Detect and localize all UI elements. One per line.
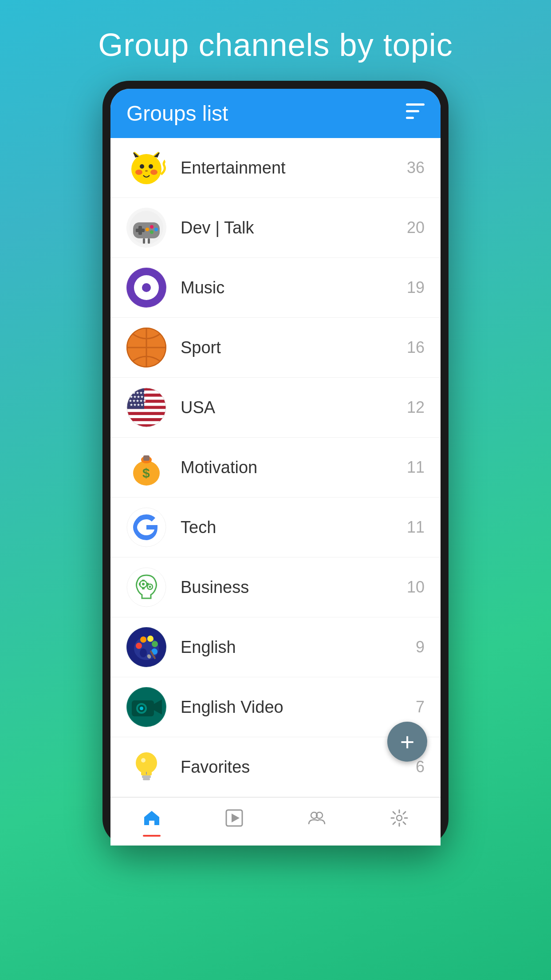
fab-icon: + [400, 727, 415, 756]
list-item[interactable]: ♫ Music 19 [110, 258, 441, 318]
svg-rect-56 [142, 580, 145, 581]
groups-list-container: Entertainment 36 [110, 138, 441, 797]
list-item[interactable]: English 9 [110, 617, 441, 677]
group-count: 7 [416, 698, 425, 716]
app-bar: Groups list [110, 89, 441, 138]
motivation-icon: $ [126, 447, 166, 487]
nav-active-indicator [143, 835, 161, 837]
list-item[interactable]: Sport 16 [110, 318, 441, 378]
svg-point-51 [127, 568, 166, 607]
usa-icon: ★★★★★ ★★★★ ★★★★★ ★★★★ [126, 387, 166, 427]
list-item[interactable]: Dev | Talk 20 [110, 198, 441, 258]
svg-rect-2 [406, 117, 414, 119]
group-name: Dev | Talk [181, 218, 407, 237]
group-count: 10 [407, 578, 425, 597]
svg-marker-83 [232, 814, 240, 822]
group-count: 11 [407, 518, 425, 537]
svg-point-67 [140, 648, 147, 657]
svg-point-65 [152, 641, 158, 647]
svg-rect-78 [142, 775, 151, 778]
page-title: Group channels by topic [98, 27, 453, 63]
svg-rect-21 [143, 238, 145, 244]
sport-icon [126, 328, 166, 368]
svg-point-86 [397, 815, 402, 821]
svg-point-3 [131, 154, 161, 184]
group-count: 16 [407, 338, 425, 357]
svg-point-17 [150, 225, 153, 229]
svg-point-11 [150, 170, 157, 175]
bottom-nav [110, 797, 441, 846]
svg-rect-79 [143, 778, 150, 780]
list-item[interactable]: ★★★★★ ★★★★ ★★★★★ ★★★★ USA 12 [110, 378, 441, 438]
svg-point-62 [136, 643, 142, 649]
people-icon [307, 808, 327, 832]
svg-point-8 [140, 164, 144, 169]
englishvideo-icon [126, 687, 166, 727]
list-item[interactable]: $ Motivation 11 [110, 438, 441, 498]
group-count: 19 [407, 278, 425, 297]
svg-point-20 [146, 228, 149, 231]
group-name: English Video [181, 698, 416, 717]
svg-rect-22 [148, 238, 150, 244]
entertainment-icon [126, 148, 166, 188]
group-name: Favorites [181, 758, 416, 777]
svg-point-10 [135, 170, 142, 175]
svg-rect-0 [406, 103, 425, 106]
group-count: 9 [416, 638, 425, 656]
group-count: 36 [407, 158, 425, 177]
nav-groups[interactable] [276, 805, 358, 840]
play-icon [224, 808, 244, 832]
svg-rect-37 [126, 421, 166, 424]
group-name: English [181, 638, 416, 657]
svg-point-75 [140, 707, 143, 710]
svg-rect-16 [136, 229, 145, 232]
group-name: Music [181, 278, 407, 297]
svg-point-55 [149, 586, 151, 588]
english-icon [126, 627, 166, 667]
fab-button[interactable]: + [387, 722, 427, 762]
svg-point-18 [154, 228, 158, 231]
svg-rect-36 [126, 415, 166, 418]
phone-screen: Groups list [110, 89, 441, 846]
svg-text:$: $ [142, 466, 150, 480]
group-name: USA [181, 398, 407, 417]
svg-rect-48 [143, 455, 150, 461]
home-icon [142, 808, 161, 832]
filter-icon[interactable] [406, 103, 425, 123]
svg-text:★★★★: ★★★★ [130, 403, 144, 407]
svg-point-76 [136, 752, 157, 774]
svg-rect-59 [147, 583, 149, 585]
music-icon: ♫ [126, 268, 166, 308]
group-name: Sport [181, 338, 407, 357]
groups-list: Entertainment 36 [110, 138, 441, 797]
devtalk-icon [126, 208, 166, 248]
svg-point-64 [147, 636, 153, 642]
svg-point-12 [145, 170, 148, 172]
svg-rect-58 [139, 583, 141, 585]
svg-rect-57 [142, 588, 145, 589]
app-bar-title: Groups list [126, 101, 228, 126]
svg-point-53 [142, 583, 145, 585]
svg-point-9 [149, 164, 153, 169]
group-name: Tech [181, 518, 407, 537]
svg-point-80 [141, 758, 146, 763]
nav-home[interactable] [110, 805, 193, 840]
svg-text:♫: ♫ [141, 280, 150, 293]
group-count: 20 [407, 218, 425, 237]
svg-point-63 [140, 636, 146, 643]
business-icon [126, 567, 166, 607]
svg-point-19 [150, 230, 153, 234]
list-item[interactable]: English Video 7 [110, 677, 441, 737]
phone-device: Groups list [102, 81, 449, 846]
group-name: Business [181, 578, 407, 597]
nav-settings[interactable] [358, 805, 441, 840]
list-item[interactable]: G Tech 11 [110, 498, 441, 557]
group-count: 11 [407, 458, 425, 477]
favorites-icon [126, 747, 166, 787]
list-item[interactable]: Entertainment 36 [110, 138, 441, 198]
svg-rect-35 [126, 409, 166, 412]
nav-channels[interactable] [193, 805, 276, 840]
svg-rect-32 [126, 391, 166, 394]
group-name: Entertainment [181, 158, 407, 178]
list-item[interactable]: Business 10 [110, 557, 441, 617]
